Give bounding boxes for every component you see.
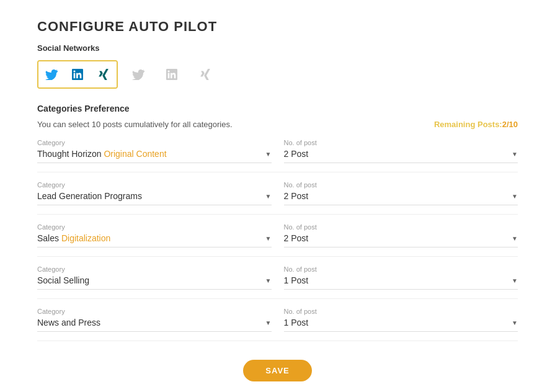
xing-inactive-button[interactable] [192,61,218,87]
category-value-1: Thought Horizon Original Content [37,149,259,159]
post-label-3: No. of post [284,223,518,231]
post-value-4: 1 Post [284,275,506,285]
category-field-5: Category News and Press ▼ [37,308,272,332]
info-text: You can select 10 posts cumulatively for… [37,120,233,129]
post-value-3: 2 Post [284,233,506,243]
post-value-1: 2 Post [284,149,506,159]
category-select-2[interactable]: Lead Generation Programs ▼ [37,191,272,205]
category-field-3: Category Sales Digitalization ▼ [37,223,272,247]
post-select-2[interactable]: 2 Post ▼ [284,191,518,205]
category-label-4: Category [37,265,272,273]
category-select-3[interactable]: Sales Digitalization ▼ [37,233,272,247]
dropdown-arrow-icon: ▼ [265,277,272,284]
xing-active-button[interactable] [91,61,117,87]
dropdown-arrow-icon: ▼ [265,235,272,242]
post-select-3[interactable]: 2 Post ▼ [284,233,518,247]
category-label-5: Category [37,308,272,315]
save-section: SAVE [37,360,518,381]
dropdown-arrow-icon: ▼ [265,151,272,158]
twitter-inactive-button[interactable] [125,61,151,87]
dropdown-arrow-icon: ▼ [512,319,518,326]
post-label-4: No. of post [284,265,518,273]
social-networks-container [37,60,518,89]
post-label-1: No. of post [284,139,518,146]
post-field-1: No. of post 2 Post ▼ [284,139,518,163]
dropdown-arrow-icon: ▼ [512,235,518,242]
category-select-4[interactable]: Social Selling ▼ [37,275,272,290]
save-button[interactable]: SAVE [243,360,311,381]
category-row: Category Social Selling ▼ No. of post 1 … [37,265,518,290]
category-row: Category Thought Horizon Original Conten… [37,139,518,163]
post-label-5: No. of post [284,308,518,315]
category-value-5: News and Press [37,318,259,327]
category-field-1: Category Thought Horizon Original Conten… [37,139,272,163]
category-row: Category News and Press ▼ No. of post 1 … [37,308,518,332]
post-field-3: No. of post 2 Post ▼ [284,223,518,247]
dropdown-arrow-icon: ▼ [512,277,518,284]
remaining-posts: Remaining Posts:2/10 [434,120,518,129]
category-field-2: Category Lead Generation Programs ▼ [37,181,272,205]
page-title: CONFIGURE AUTO PILOT [37,19,518,35]
dropdown-arrow-icon: ▼ [512,151,518,158]
dropdown-arrow-icon: ▼ [512,193,518,200]
social-networks-label: Social Networks [37,43,518,53]
category-row: Category Lead Generation Programs ▼ No. … [37,181,518,205]
category-value-3: Sales Digitalization [37,233,259,243]
post-field-5: No. of post 1 Post ▼ [284,308,518,332]
category-label-2: Category [37,181,272,189]
category-value-4: Social Selling [37,275,259,285]
post-label-2: No. of post [284,181,518,189]
post-field-2: No. of post 2 Post ▼ [284,181,518,205]
post-select-5[interactable]: 1 Post ▼ [284,318,518,332]
category-field-4: Category Social Selling ▼ [37,265,272,290]
category-value-2: Lead Generation Programs [37,191,259,201]
dropdown-arrow-icon: ▼ [265,193,272,200]
category-label-1: Category [37,139,272,146]
info-bar: You can select 10 posts cumulatively for… [37,120,518,129]
category-select-5[interactable]: News and Press ▼ [37,318,272,332]
linkedin-active-button[interactable] [64,61,91,87]
post-value-2: 2 Post [284,191,506,201]
categories-section: Categories Preference You can select 10 … [37,104,518,341]
post-select-4[interactable]: 1 Post ▼ [284,275,518,290]
categories-title: Categories Preference [37,104,518,114]
category-label-3: Category [37,223,272,231]
social-network-active-group [37,60,118,89]
category-select-1[interactable]: Thought Horizon Original Content ▼ [37,149,272,163]
post-select-1[interactable]: 2 Post ▼ [284,149,518,163]
dropdown-arrow-icon: ▼ [265,319,272,326]
post-field-4: No. of post 1 Post ▼ [284,265,518,290]
linkedin-inactive-button[interactable] [159,61,185,87]
category-row: Category Sales Digitalization ▼ No. of p… [37,223,518,247]
twitter-active-button[interactable] [38,61,64,87]
post-value-5: 1 Post [284,318,506,327]
